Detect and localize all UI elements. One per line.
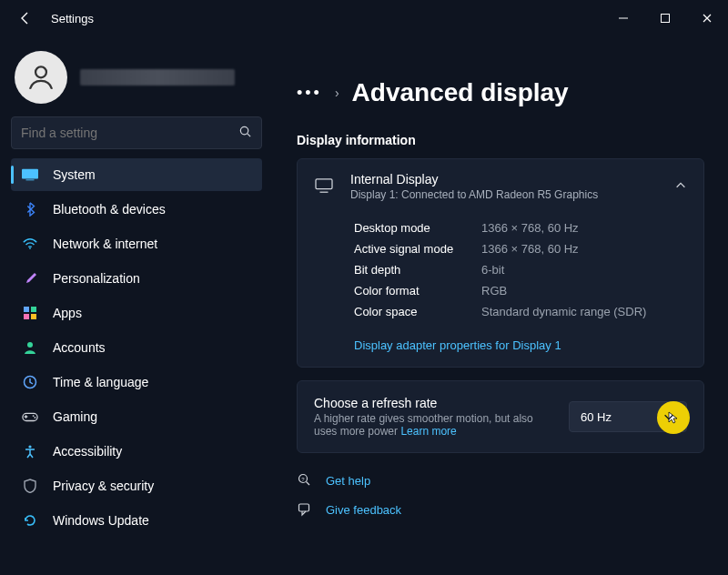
brush-icon	[20, 270, 40, 287]
window-controls	[602, 4, 728, 33]
svg-rect-6	[26, 179, 35, 180]
search-icon	[238, 125, 252, 141]
breadcrumb-more-icon[interactable]: •••	[297, 84, 322, 103]
svg-point-12	[27, 342, 33, 348]
sidebar-item-label: Apps	[53, 306, 82, 320]
svg-rect-5	[22, 169, 38, 179]
property-value: 6-bit	[481, 263, 687, 277]
svg-point-15	[33, 415, 35, 417]
refresh-rate-value: 60 Hz	[581, 410, 612, 424]
close-button[interactable]	[686, 4, 728, 33]
svg-line-4	[248, 134, 250, 136]
svg-point-7	[29, 247, 31, 249]
svg-rect-23	[299, 504, 309, 511]
page-title: Advanced display	[352, 78, 569, 107]
profile-name-redacted	[80, 69, 235, 86]
sidebar-item-label: Privacy & security	[53, 479, 154, 493]
sidebar-item-network-internet[interactable]: Network & internet	[11, 227, 262, 260]
svg-point-17	[28, 445, 31, 448]
learn-more-link[interactable]: Learn more	[400, 425, 456, 438]
svg-rect-1	[662, 15, 670, 23]
help-icon: ?	[297, 473, 313, 488]
sidebar-item-label: Network & internet	[53, 237, 157, 251]
accessibility-icon	[20, 443, 40, 459]
update-icon	[20, 512, 40, 529]
sidebar-item-gaming[interactable]: Gaming	[11, 400, 262, 433]
back-button[interactable]	[13, 5, 38, 31]
sidebar-item-apps[interactable]: Apps	[11, 297, 262, 329]
property-label: Color space	[354, 305, 481, 318]
profile-block[interactable]	[15, 51, 262, 104]
refresh-rate-title: Choose a refresh rate	[314, 396, 569, 410]
nav-list: SystemBluetooth & devicesNetwork & inter…	[11, 158, 262, 537]
shield-icon	[20, 478, 40, 494]
svg-point-3	[240, 126, 248, 134]
svg-line-21	[307, 482, 310, 486]
sidebar: SystemBluetooth & devicesNetwork & inter…	[0, 36, 273, 575]
chevron-up-icon	[674, 179, 687, 195]
display-card-header[interactable]: Internal Display Display 1: Connected to…	[298, 159, 703, 214]
content-area: ••• › Advanced display Display informati…	[273, 36, 728, 575]
search-box[interactable]	[11, 116, 262, 149]
property-row: Color formatRGB	[354, 280, 687, 301]
minimize-button[interactable]	[602, 4, 644, 33]
user-icon	[20, 339, 40, 356]
window-title: Settings	[51, 12, 94, 25]
svg-rect-9	[31, 307, 36, 312]
sidebar-item-label: Gaming	[53, 409, 97, 424]
display-info-section-title: Display information	[297, 133, 704, 147]
refresh-rate-select[interactable]: 60 Hz	[569, 401, 687, 432]
chevron-right-icon: ›	[335, 86, 339, 100]
system-icon	[20, 166, 40, 183]
sidebar-item-privacy-security[interactable]: Privacy & security	[11, 469, 262, 502]
wifi-icon	[20, 236, 40, 252]
adapter-properties-link[interactable]: Display adapter properties for Display 1	[298, 335, 703, 367]
sidebar-item-label: Bluetooth & devices	[53, 202, 166, 217]
display-card-subtitle: Display 1: Connected to AMD Radeon R5 Gr…	[350, 188, 674, 201]
property-label: Active signal mode	[354, 242, 481, 256]
footer-links: ? Get help Give feedback	[297, 466, 704, 524]
sidebar-item-windows-update[interactable]: Windows Update	[11, 504, 262, 537]
get-help-link[interactable]: ? Get help	[297, 466, 704, 495]
svg-rect-8	[24, 307, 29, 312]
sidebar-item-label: Time & language	[53, 375, 148, 389]
property-value: 1366 × 768, 60 Hz	[481, 221, 687, 235]
cursor-highlight	[657, 401, 690, 434]
monitor-icon	[314, 177, 334, 197]
sidebar-item-label: Accounts	[53, 340, 106, 355]
property-row: Color spaceStandard dynamic range (SDR)	[354, 301, 687, 322]
property-row: Active signal mode1366 × 768, 60 Hz	[354, 238, 687, 259]
sidebar-item-system[interactable]: System	[11, 158, 262, 191]
sidebar-item-accounts[interactable]: Accounts	[11, 331, 262, 364]
feedback-icon	[297, 502, 313, 517]
sidebar-item-bluetooth-devices[interactable]: Bluetooth & devices	[11, 193, 262, 226]
refresh-rate-card: Choose a refresh rate A higher rate give…	[297, 380, 704, 453]
display-properties: Desktop mode1366 × 768, 60 HzActive sign…	[298, 214, 703, 335]
avatar	[15, 51, 67, 104]
search-input[interactable]	[21, 126, 238, 140]
sidebar-item-label: Personalization	[53, 271, 140, 286]
property-row: Bit depth6-bit	[354, 259, 687, 280]
sidebar-item-personalization[interactable]: Personalization	[11, 262, 262, 295]
gaming-icon	[20, 409, 40, 425]
sidebar-item-accessibility[interactable]: Accessibility	[11, 435, 262, 468]
svg-point-16	[35, 417, 36, 419]
svg-rect-18	[316, 178, 332, 188]
sidebar-item-time-language[interactable]: Time & language	[11, 366, 262, 398]
maximize-button[interactable]	[644, 4, 686, 33]
svg-rect-10	[24, 314, 29, 319]
clock-icon	[20, 374, 40, 390]
refresh-rate-subtitle: A higher rate gives smoother motion, but…	[314, 412, 551, 438]
svg-point-2	[35, 66, 46, 77]
sidebar-item-label: System	[53, 167, 96, 182]
breadcrumb: ••• › Advanced display	[297, 78, 704, 107]
sidebar-item-label: Accessibility	[53, 444, 122, 459]
display-card-title: Internal Display	[350, 172, 674, 187]
property-value: RGB	[481, 284, 687, 298]
give-feedback-link[interactable]: Give feedback	[297, 495, 704, 524]
apps-icon	[20, 305, 40, 321]
property-value: 1366 × 768, 60 Hz	[481, 242, 687, 256]
property-value: Standard dynamic range (SDR)	[481, 305, 687, 318]
property-label: Color format	[354, 284, 481, 298]
property-row: Desktop mode1366 × 768, 60 Hz	[354, 217, 687, 238]
